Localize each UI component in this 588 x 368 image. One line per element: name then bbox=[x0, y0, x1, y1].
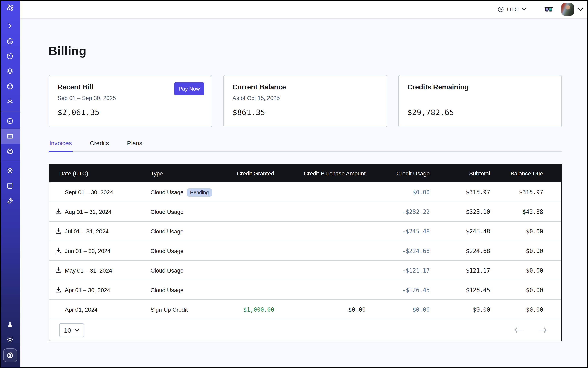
gear-icon bbox=[7, 148, 13, 155]
table-row[interactable]: May 01 – 31, 2024 Cloud Usage -$121.17 $… bbox=[49, 260, 561, 280]
sidebar-item-services[interactable] bbox=[0, 94, 20, 109]
invoice-type: Cloud Usage bbox=[150, 287, 183, 293]
download-invoice-icon[interactable] bbox=[55, 208, 62, 215]
page-size-value: 10 bbox=[64, 327, 71, 333]
page-size-select[interactable]: 10 bbox=[59, 323, 84, 337]
tab-invoices[interactable]: Invoices bbox=[48, 139, 72, 151]
chevron-down-icon bbox=[578, 8, 583, 11]
col-type: Type bbox=[150, 165, 228, 182]
timezone-label: UTC bbox=[507, 6, 519, 12]
invoice-type: Cloud Usage bbox=[150, 208, 183, 215]
cell-balance-due: $315.97 bbox=[490, 182, 561, 202]
invoice-date: Sept 01 – 30, 2024 bbox=[65, 189, 113, 195]
next-page-button[interactable] bbox=[538, 327, 547, 333]
table-row[interactable]: Jul 01 – 31, 2024 Cloud Usage -$245.48 $… bbox=[49, 221, 561, 241]
flask-icon bbox=[7, 321, 13, 328]
cell-subtotal: $121.17 bbox=[430, 260, 490, 280]
sun-icon bbox=[7, 336, 13, 343]
cube-icon bbox=[7, 83, 13, 90]
sidebar-item-history[interactable] bbox=[0, 48, 20, 64]
download-invoice-icon[interactable] bbox=[55, 286, 62, 293]
gauge-icon bbox=[7, 118, 13, 124]
cell-subtotal: $315.97 bbox=[430, 182, 490, 202]
spiral-icon bbox=[7, 37, 13, 45]
cell-credit-purchase bbox=[274, 241, 366, 260]
invoice-date: Jul 01 – 31, 2024 bbox=[65, 228, 109, 234]
sidebar-item-expand[interactable] bbox=[0, 18, 20, 33]
clock-icon bbox=[498, 6, 504, 12]
chevron-down-icon bbox=[522, 8, 526, 11]
table-row[interactable]: Jun 01 – 30, 2024 Cloud Usage -$224.68 $… bbox=[49, 241, 561, 260]
invoice-type: Cloud Usage bbox=[150, 228, 183, 234]
sidebar-item-layers[interactable] bbox=[0, 64, 20, 79]
page-title: Billing bbox=[48, 44, 562, 58]
cell-credit-purchase bbox=[274, 260, 366, 280]
cell-credit-granted bbox=[228, 260, 274, 280]
invoice-date: Apr 01, 2024 bbox=[65, 306, 98, 313]
table-row[interactable]: Sept 01 – 30, 2024 Cloud UsagePending $0… bbox=[49, 182, 561, 202]
sidebar-item-getting-started[interactable] bbox=[0, 193, 20, 209]
rocket-icon bbox=[7, 197, 13, 204]
pay-now-button[interactable]: Pay Now bbox=[174, 83, 204, 95]
sidebar-divider bbox=[0, 111, 20, 111]
download-invoice-icon[interactable] bbox=[55, 267, 62, 274]
balance-as-of: As of Oct 15, 2025 bbox=[232, 95, 378, 101]
download-invoice-icon[interactable] bbox=[55, 247, 62, 254]
view-toggle-button[interactable] bbox=[544, 6, 553, 12]
sidebar-item-theme[interactable] bbox=[0, 332, 20, 347]
helm-icon bbox=[7, 167, 13, 174]
sidebar-item-credits[interactable] bbox=[3, 349, 17, 362]
timezone-select[interactable]: UTC bbox=[498, 6, 526, 12]
table-row[interactable]: Apr 01, 2024 Sign Up Credit $1,000.00 $0… bbox=[49, 300, 561, 319]
sidebar-item-monitor[interactable] bbox=[0, 33, 20, 48]
sidebar-item-admin[interactable] bbox=[0, 163, 20, 178]
invoice-date: Apr 01 – 30, 2024 bbox=[65, 287, 110, 293]
status-badge: Pending bbox=[187, 188, 212, 196]
download-invoice-icon[interactable] bbox=[55, 228, 62, 235]
cell-credit-usage: $0.00 bbox=[366, 182, 430, 202]
card-title: Credits Remaining bbox=[407, 83, 553, 91]
billing-period: Sep 01 – Sep 30, 2025 bbox=[57, 95, 203, 101]
sidebar-item-usage[interactable] bbox=[0, 113, 20, 129]
cell-credit-usage: -$126.45 bbox=[366, 280, 430, 300]
card-sub-spacer bbox=[407, 95, 553, 101]
history-clock-icon bbox=[7, 53, 13, 60]
chevron-right-icon bbox=[7, 23, 13, 29]
sidebar-item-labs[interactable] bbox=[0, 317, 20, 332]
sidebar-item-billing[interactable] bbox=[0, 129, 20, 144]
table-row[interactable]: Apr 01 – 30, 2024 Cloud Usage -$126.45 $… bbox=[49, 280, 561, 300]
invoice-date: Jun 01 – 30, 2024 bbox=[65, 248, 110, 254]
cell-balance-due: $0.00 bbox=[490, 300, 561, 319]
3d-glasses-icon bbox=[544, 6, 553, 12]
summary-cards: Recent Bill Sep 01 – Sep 30, 2025 $2,061… bbox=[48, 75, 562, 127]
sidebar-logo[interactable] bbox=[0, 0, 20, 15]
avatar[interactable] bbox=[561, 3, 574, 15]
tab-plans[interactable]: Plans bbox=[126, 139, 143, 151]
logo-icon bbox=[6, 3, 14, 12]
sidebar-item-docs[interactable] bbox=[0, 178, 20, 193]
cell-credit-granted bbox=[228, 280, 274, 300]
cell-subtotal: $0.00 bbox=[430, 300, 490, 319]
credits-remaining-amount: $29,782.65 bbox=[407, 108, 553, 117]
table-header: Date (UTC) Type Credit Granted Credit Pu… bbox=[49, 165, 561, 182]
sidebar-item-packages[interactable] bbox=[0, 79, 20, 94]
col-subtotal: Subtotal bbox=[430, 165, 490, 182]
invoice-date: Aug 01 – 31, 2024 bbox=[65, 208, 111, 215]
col-balance-due: Balance Due bbox=[490, 165, 561, 182]
sidebar bbox=[0, 0, 20, 368]
cell-credit-usage: $0.00 bbox=[366, 300, 430, 319]
current-balance-amount: $861.35 bbox=[232, 108, 378, 117]
col-credit-usage: Credit Usage bbox=[366, 165, 430, 182]
arrow-left-icon bbox=[514, 327, 523, 333]
sidebar-item-settings[interactable] bbox=[0, 144, 20, 159]
user-menu-button[interactable] bbox=[578, 8, 583, 11]
previous-page-button[interactable] bbox=[514, 327, 523, 333]
cell-credit-usage: -$121.17 bbox=[366, 260, 430, 280]
table-row[interactable]: Aug 01 – 31, 2024 Cloud Usage -$282.22 $… bbox=[49, 202, 561, 221]
tab-credits[interactable]: Credits bbox=[89, 139, 110, 151]
cell-credit-usage: -$245.48 bbox=[366, 221, 430, 241]
invoice-type: Cloud Usage bbox=[150, 189, 183, 195]
cell-subtotal: $245.48 bbox=[430, 221, 490, 241]
cell-balance-due: $0.00 bbox=[490, 260, 561, 280]
billing-card-icon bbox=[7, 133, 13, 139]
